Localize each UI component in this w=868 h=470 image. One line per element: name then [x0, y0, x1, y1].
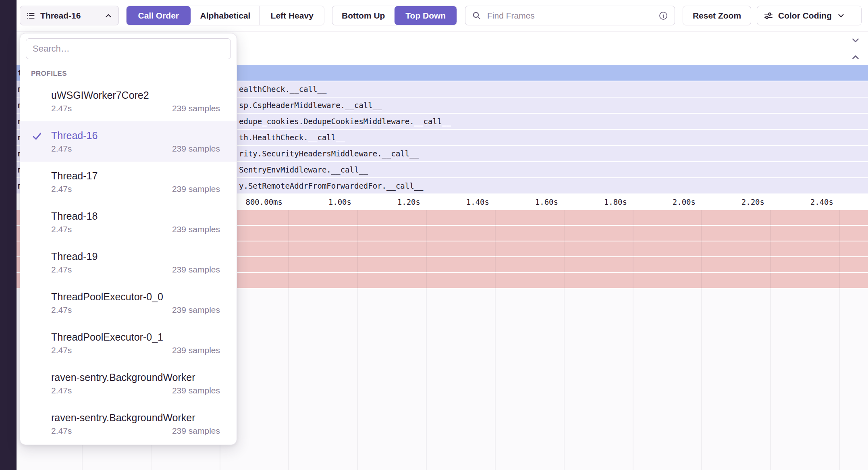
- profile-meta: 2.47s 239 samples: [51, 264, 220, 275]
- color-coding-label: Color Coding: [778, 11, 832, 21]
- profile-name: Thread-16: [51, 129, 220, 142]
- axis-tick-label: 2.00s: [625, 198, 696, 206]
- segment-call-order[interactable]: Call Order: [127, 6, 191, 25]
- frame-label: SentryEnvMiddleware.__call__: [239, 165, 368, 174]
- profile-name: ThreadPoolExecutor-0_1: [51, 331, 220, 343]
- search-icon: [472, 11, 482, 21]
- profile-name: raven-sentry.BackgroundWorker: [51, 371, 220, 384]
- profile-meta: 2.47s 239 samples: [51, 385, 220, 396]
- profile-samples: 239 samples: [172, 184, 220, 194]
- profiles-list: uWSGIWorker7Core2 2.47s 239 samples Thre…: [20, 81, 237, 444]
- profile-list-item[interactable]: Thread-16 2.47s 239 samples: [20, 121, 237, 162]
- profile-duration: 2.47s: [51, 103, 72, 114]
- find-frames-container: [465, 6, 675, 25]
- profile-name: ThreadPoolExecutor-0_0: [51, 290, 220, 303]
- axis-tick-label: 1.00s: [280, 198, 351, 206]
- frame-label: edupe_cookies.DedupeCookiesMiddleware.__…: [239, 117, 451, 126]
- list-icon: [26, 11, 35, 21]
- axis-tick-label: 1.60s: [487, 198, 558, 206]
- profile-duration: 2.47s: [51, 143, 72, 154]
- profile-samples: 239 samples: [172, 143, 220, 154]
- left-nav-rail: [0, 0, 17, 470]
- profile-samples: 239 samples: [172, 224, 220, 235]
- profile-samples: 239 samples: [172, 345, 220, 356]
- profile-samples: 239 samples: [172, 103, 220, 114]
- frame-label: ealthCheck.__call__: [239, 85, 326, 94]
- frame-label: rity.SecurityHeadersMiddleware.__call__: [239, 149, 419, 158]
- profile-list-item[interactable]: Thread-18 2.47s 239 samples: [20, 202, 237, 242]
- profile-duration: 2.47s: [51, 385, 72, 396]
- dropdown-search-input[interactable]: [26, 38, 231, 59]
- toolbar: Thread-16 Call OrderAlphabeticalLeft Hea…: [17, 0, 868, 32]
- profile-meta: 2.47s 239 samples: [51, 184, 220, 194]
- sort-segmented-control: Call OrderAlphabeticalLeft Heavy: [126, 6, 324, 25]
- profile-samples: 239 samples: [172, 264, 220, 275]
- thread-dropdown: PROFILES uWSGIWorker7Core2 2.47s 239 sam…: [20, 33, 237, 445]
- profile-duration: 2.47s: [51, 305, 72, 315]
- segment-alphabetical[interactable]: Alphabetical: [191, 6, 260, 25]
- profile-duration: 2.47s: [51, 426, 72, 436]
- profiles-section-label: PROFILES: [31, 70, 237, 78]
- chevron-down-icon: [837, 11, 845, 20]
- profile-name: Thread-19: [51, 250, 220, 263]
- profiler-page: t m ealthCheck.__call__ m sp.CspHeaderMi…: [0, 0, 868, 470]
- axis-tick-label: 1.40s: [418, 198, 489, 206]
- profile-samples: 239 samples: [172, 305, 220, 315]
- profile-meta: 2.47s 239 samples: [51, 103, 220, 114]
- profile-list-item[interactable]: uWSGIWorker7Core2 2.47s 239 samples: [20, 81, 237, 121]
- segment-bottom-up[interactable]: Bottom Up: [332, 6, 395, 25]
- profile-duration: 2.47s: [51, 264, 72, 275]
- profile-list-item[interactable]: raven-sentry.BackgroundWorker 2.47s 239 …: [20, 363, 237, 403]
- axis-tick-label: 2.20s: [694, 198, 764, 206]
- direction-segmented-control: Bottom UpTop Down: [332, 6, 457, 25]
- profile-name: Thread-17: [51, 169, 220, 182]
- chevron-up-icon[interactable]: [850, 52, 861, 62]
- check-icon: [32, 131, 42, 141]
- profile-list-item[interactable]: Thread-19 2.47s 239 samples: [20, 242, 237, 283]
- profile-list-item[interactable]: ThreadPoolExecutor-0_0 2.47s 239 samples: [20, 283, 237, 323]
- segment-top-down[interactable]: Top Down: [395, 6, 457, 25]
- chevron-up-icon: [104, 11, 113, 20]
- profile-list-item[interactable]: raven-sentry.BackgroundWorker 2.47s 239 …: [20, 403, 237, 444]
- profile-meta: 2.47s 239 samples: [51, 305, 220, 315]
- profile-list-item[interactable]: ThreadPoolExecutor-0_1 2.47s 239 samples: [20, 323, 237, 363]
- thread-selector-button[interactable]: Thread-16: [20, 6, 119, 25]
- profile-duration: 2.47s: [51, 224, 72, 235]
- axis-tick-label: 1.80s: [556, 198, 627, 206]
- frame-label: y.SetRemoteAddrFromForwardedFor.__call__: [239, 181, 424, 190]
- profile-list-item[interactable]: Thread-17 2.47s 239 samples: [20, 162, 237, 202]
- profile-samples: 239 samples: [172, 426, 220, 436]
- profile-meta: 2.47s 239 samples: [51, 224, 220, 235]
- reset-zoom-button[interactable]: Reset Zoom: [683, 6, 751, 25]
- profile-duration: 2.47s: [51, 345, 72, 356]
- profile-meta: 2.47s 239 samples: [51, 426, 220, 436]
- profile-duration: 2.47s: [51, 184, 72, 194]
- profile-samples: 239 samples: [172, 385, 220, 396]
- find-frames-input[interactable]: [486, 10, 654, 21]
- profile-name: Thread-18: [51, 210, 220, 223]
- profile-meta: 2.47s 239 samples: [51, 143, 220, 154]
- info-icon[interactable]: [658, 11, 668, 21]
- sliders-icon: [764, 11, 773, 21]
- profile-name: uWSGIWorker7Core2: [51, 89, 220, 102]
- frame-label: th.HealthCheck.__call__: [239, 133, 345, 142]
- profile-meta: 2.47s 239 samples: [51, 345, 220, 356]
- axis-tick-label: 1.20s: [349, 198, 420, 206]
- color-coding-button[interactable]: Color Coding: [757, 6, 862, 25]
- segment-left-heavy[interactable]: Left Heavy: [260, 6, 324, 25]
- frame-label: sp.CspHeaderMiddleware.__call__: [239, 101, 382, 110]
- thread-selector-label: Thread-16: [40, 11, 99, 21]
- chevron-down-icon[interactable]: [850, 35, 861, 46]
- profile-name: raven-sentry.BackgroundWorker: [51, 411, 220, 424]
- axis-tick-label: 2.40s: [762, 198, 833, 206]
